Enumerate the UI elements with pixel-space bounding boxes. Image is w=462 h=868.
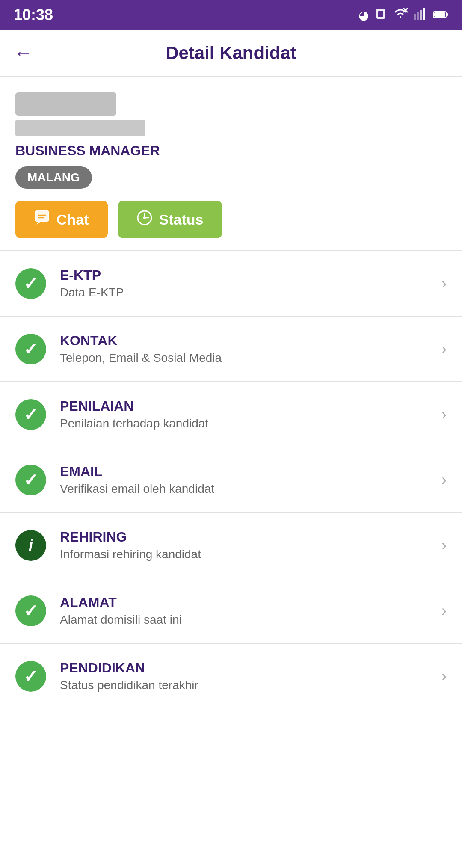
svg-rect-11 <box>35 211 49 221</box>
status-bar: 10:38 ◕ <box>0 0 462 30</box>
sim-icon <box>375 8 387 23</box>
profile-section: GONLEAN ©©©©©©©©©©©©© BUSINESS MANAGER M… <box>0 77 462 251</box>
action-buttons: Chat Status <box>15 201 447 238</box>
list-item-rehiring[interactable]: i REHIRING Informasi rehiring kandidat › <box>0 513 462 578</box>
ektp-icon: ✓ <box>15 268 46 299</box>
penilaian-title: PENILAIAN <box>60 398 435 414</box>
ektp-text: E-KTP Data E-KTP <box>60 267 435 299</box>
alamat-chevron: › <box>441 602 447 620</box>
alamat-icon: ✓ <box>15 595 46 626</box>
penilaian-icon: ✓ <box>15 399 46 430</box>
chat-button[interactable]: Chat <box>15 201 108 238</box>
svg-rect-4 <box>414 14 416 20</box>
nav-bar: ← Detail Kandidat <box>0 30 462 77</box>
at-icon: ◕ <box>358 8 369 22</box>
alamat-text: ALAMAT Alamat domisili saat ini <box>60 595 435 627</box>
pendidikan-title: PENDIDIKAN <box>60 660 435 676</box>
svg-rect-5 <box>417 12 419 20</box>
rehiring-subtitle: Informasi rehiring kandidat <box>60 548 435 561</box>
list-item-kontak[interactable]: ✓ KONTAK Telepon, Email & Sosial Media › <box>0 317 462 382</box>
signal-icon <box>414 8 427 23</box>
alamat-title: ALAMAT <box>60 595 435 610</box>
kontak-title: KONTAK <box>60 333 435 349</box>
svg-rect-6 <box>420 10 422 20</box>
ektp-subtitle: Data E-KTP <box>60 286 435 299</box>
penilaian-text: PENILAIAN Penilaian terhadap kandidat <box>60 398 435 430</box>
kontak-text: KONTAK Telepon, Email & Sosial Media <box>60 333 435 365</box>
rehiring-text: REHIRING Informasi rehiring kandidat <box>60 529 435 561</box>
rehiring-chevron: › <box>441 536 447 554</box>
list-item-alamat[interactable]: ✓ ALAMAT Alamat domisili saat ini › <box>0 578 462 644</box>
pendidikan-chevron: › <box>441 667 447 685</box>
email-text: EMAIL Verifikasi email oleh kandidat <box>60 464 435 496</box>
rehiring-title: REHIRING <box>60 529 435 545</box>
status-button[interactable]: Status <box>118 201 222 238</box>
status-label: Status <box>159 211 204 228</box>
ektp-chevron: › <box>441 275 447 293</box>
email-chevron: › <box>441 471 447 489</box>
status-icons: ◕ <box>358 8 448 23</box>
wifi-icon <box>393 8 408 23</box>
list-item-email[interactable]: ✓ EMAIL Verifikasi email oleh kandidat › <box>0 447 462 513</box>
candidate-id: ©©©©©©©©©©©©© <box>15 120 145 136</box>
rehiring-icon: i <box>15 530 46 561</box>
chat-label: Chat <box>56 211 89 228</box>
battery-icon <box>433 8 448 22</box>
svg-rect-10 <box>434 12 445 17</box>
list-section: ✓ E-KTP Data E-KTP › ✓ KONTAK Telepon, E… <box>0 251 462 708</box>
candidate-name: GONLEAN <box>15 92 116 116</box>
alamat-subtitle: Alamat domisili saat ini <box>60 613 435 627</box>
chat-icon <box>34 210 50 229</box>
page-title: Detail Kandidat <box>166 43 296 63</box>
candidate-role: BUSINESS MANAGER <box>15 143 447 159</box>
pendidikan-text: PENDIDIKAN Status pendidikan terakhir <box>60 660 435 692</box>
svg-rect-9 <box>446 13 448 16</box>
ektp-title: E-KTP <box>60 267 435 283</box>
status-time: 10:38 <box>14 6 53 24</box>
list-item-pendidikan[interactable]: ✓ PENDIDIKAN Status pendidikan terakhir … <box>0 644 462 708</box>
email-subtitle: Verifikasi email oleh kandidat <box>60 482 435 496</box>
penilaian-chevron: › <box>441 406 447 424</box>
svg-marker-15 <box>36 221 43 225</box>
location-badge: MALANG <box>15 166 92 189</box>
email-title: EMAIL <box>60 464 435 480</box>
back-button[interactable]: ← <box>14 44 33 62</box>
pendidikan-subtitle: Status pendidikan terakhir <box>60 678 435 692</box>
svg-rect-7 <box>423 8 425 20</box>
list-item-ektp[interactable]: ✓ E-KTP Data E-KTP › <box>0 251 462 317</box>
svg-rect-1 <box>378 11 383 17</box>
kontak-icon: ✓ <box>15 334 46 364</box>
penilaian-subtitle: Penilaian terhadap kandidat <box>60 417 435 430</box>
email-icon: ✓ <box>15 465 46 495</box>
kontak-chevron: › <box>441 340 447 358</box>
pendidikan-icon: ✓ <box>15 661 46 692</box>
status-icon <box>137 210 152 229</box>
list-item-penilaian[interactable]: ✓ PENILAIAN Penilaian terhadap kandidat … <box>0 382 462 447</box>
kontak-subtitle: Telepon, Email & Sosial Media <box>60 351 435 365</box>
